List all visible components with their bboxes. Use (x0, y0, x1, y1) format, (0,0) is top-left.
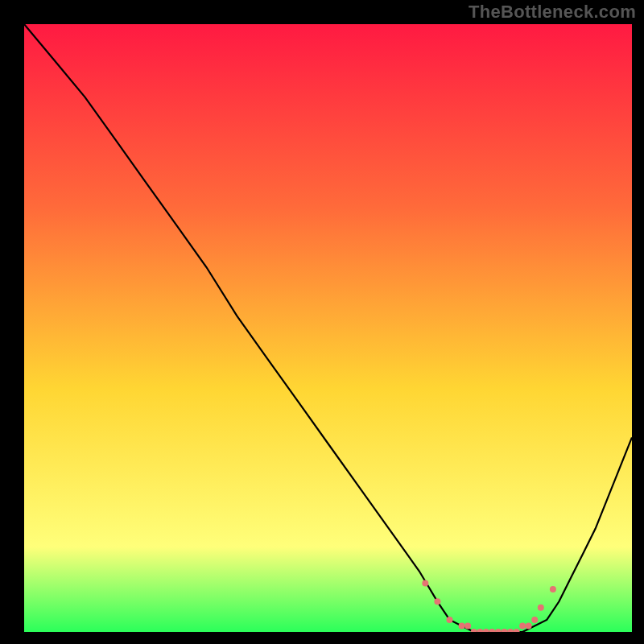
optimal-dot (526, 623, 532, 630)
optimal-dot (464, 623, 471, 630)
optimal-dot (459, 623, 465, 630)
optimal-dot (519, 623, 526, 630)
optimal-dot (422, 580, 428, 587)
optimal-dot (550, 586, 556, 592)
gradient-background (24, 24, 632, 632)
optimal-dot (434, 598, 440, 605)
optimal-dot (538, 605, 544, 611)
optimal-dot (531, 617, 538, 623)
watermark-text: TheBottleneck.com (469, 2, 636, 23)
chart-svg (24, 24, 632, 632)
plot-area (24, 24, 632, 632)
chart-frame: TheBottleneck.com (0, 0, 644, 644)
optimal-dot (447, 617, 453, 623)
